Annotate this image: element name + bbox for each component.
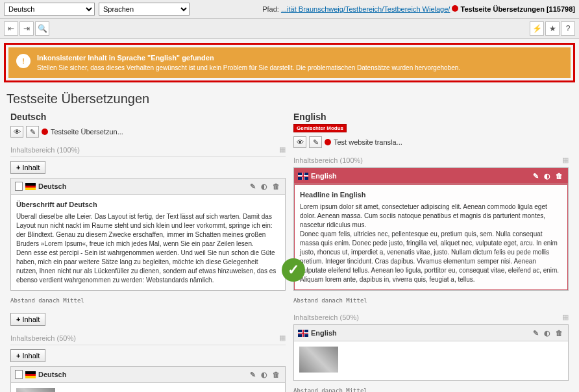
- page-icon: [15, 182, 23, 191]
- content-card-en-2: English ✎ ◐ 🗑: [293, 325, 569, 381]
- section-header-1-en: Inhaltsbereich (100%)▦: [293, 152, 569, 167]
- path-link-trunc[interactable]: ...ität Braunschweig/: [281, 5, 345, 13]
- language-select[interactable]: Deutsch: [4, 3, 95, 16]
- alert-warning: ! Inkonsistenter Inhalt in Sprache "Engl…: [8, 47, 571, 78]
- grid-icon[interactable]: ▦: [279, 334, 286, 342]
- cache-icon[interactable]: ⚡: [530, 21, 544, 36]
- page-icon: [15, 370, 23, 379]
- path-link-2[interactable]: Testbereich Wielage/: [384, 5, 450, 13]
- breadcrumb: Pfad: ...ität Braunschweig/Testbereich/T…: [262, 5, 575, 13]
- page-name-en: Test website transla...: [334, 138, 402, 146]
- spacing-meta: Abstand danach Mittel: [293, 295, 569, 309]
- card-title: Deutsch: [38, 182, 66, 190]
- content-card-en-1: English ✎ ◐ 🗑 Headline in English Lorem …: [293, 167, 569, 291]
- collapse-left-icon[interactable]: ⇤: [4, 21, 18, 36]
- view-icon[interactable]: 👁: [10, 126, 23, 138]
- search-icon[interactable]: 🔍: [35, 21, 49, 36]
- alert-text: Stellen Sie sicher, dass dieses Verhalte…: [37, 64, 460, 71]
- image-thumbnail: [299, 347, 338, 373]
- spacing-meta: Abstand danach Mittel: [10, 295, 286, 309]
- alert-highlight-box: ! Inkonsistenter Inhalt in Sprache "Engl…: [4, 43, 575, 82]
- page-status-icon: [452, 5, 458, 12]
- edit-icon[interactable]: ✎: [247, 369, 258, 380]
- column-english: ✓ ✕ English Gemischter Modus 👁 ✎ Test we…: [290, 112, 573, 392]
- alert-title: Inkonsistenter Inhalt in Sprache "Englis…: [37, 54, 460, 62]
- flag-en-icon: [298, 330, 308, 337]
- page-title: Testseite Übersetzungen: [0, 86, 579, 112]
- spacing-meta: Abstand danach Mittel: [293, 385, 569, 392]
- col-heading-de: Deutsch: [10, 112, 286, 122]
- flag-en-icon: [298, 173, 308, 180]
- content-para2: Denn esse est percipi - Sein ist wahrgen…: [16, 249, 276, 284]
- content-para2: Donec quam felis, ultricies nec, pellent…: [300, 230, 559, 283]
- page-status-dot: [42, 129, 48, 135]
- content-card-de-1: Deutsch ✎ ◐ 🗑 Überschrift auf Deutsch Üb…: [10, 178, 286, 291]
- flag-de-icon: [25, 371, 36, 378]
- columns-select[interactable]: Sprachen: [99, 3, 190, 16]
- path-link-1[interactable]: Testbereich/: [345, 5, 384, 13]
- card-title: English: [311, 172, 337, 180]
- section-header-1-de: Inhaltsbereich (100%)▦: [10, 141, 286, 157]
- bookmark-icon[interactable]: ★: [545, 21, 560, 36]
- delete-icon[interactable]: 🗑: [271, 181, 281, 191]
- page-status-dot: [325, 139, 331, 145]
- card-title: Deutsch: [38, 371, 66, 378]
- section-header-2-en: Inhaltsbereich (50%)▦: [293, 309, 569, 325]
- help-icon[interactable]: ?: [561, 21, 575, 36]
- collapse-right-icon[interactable]: ⇥: [19, 21, 34, 36]
- toggle-icon[interactable]: ◐: [259, 369, 269, 380]
- edit-icon[interactable]: ✎: [26, 126, 39, 138]
- section-header-2-de: Inhaltsbereich (50%)▦: [10, 330, 286, 345]
- toggle-icon[interactable]: ◐: [259, 181, 269, 191]
- content-para1: Lorem ipsum dolor sit amet, consectetuer…: [300, 203, 547, 228]
- add-content-button[interactable]: + Inhalt: [10, 313, 45, 326]
- edit-icon[interactable]: ✎: [530, 328, 541, 338]
- toggle-icon[interactable]: ◐: [542, 328, 552, 338]
- edit-icon[interactable]: ✎: [309, 136, 322, 148]
- top-bar: Deutsch Sprachen Pfad: ...ität Braunschw…: [0, 0, 579, 19]
- content-card-de-2: Deutsch ✎ ◐ 🗑: [10, 366, 286, 392]
- path-current: Testseite Übersetzungen [115798]: [461, 5, 575, 13]
- delete-icon[interactable]: 🗑: [271, 369, 281, 380]
- edit-icon[interactable]: ✎: [247, 181, 258, 191]
- check-ok-icon: ✓: [282, 258, 305, 282]
- content-headline: Überschrift auf Deutsch: [16, 200, 280, 210]
- flag-de-icon: [25, 183, 36, 190]
- grid-icon[interactable]: ▦: [279, 145, 286, 154]
- image-thumbnail: [16, 388, 55, 392]
- page-name-de: Testseite Übersetzun...: [51, 128, 123, 136]
- grid-icon[interactable]: ▦: [562, 156, 569, 164]
- mixed-mode-badge: Gemischter Modus: [293, 124, 347, 132]
- delete-icon[interactable]: 🗑: [554, 171, 564, 181]
- delete-icon[interactable]: 🗑: [554, 328, 564, 338]
- grid-icon[interactable]: ▦: [562, 313, 569, 321]
- edit-icon[interactable]: ✎: [530, 171, 541, 181]
- view-icon[interactable]: 👁: [293, 136, 306, 148]
- content-para1: Überall dieselbe alte Leier. Das Layout …: [16, 213, 273, 247]
- card-title: English: [311, 329, 337, 337]
- toggle-icon[interactable]: ◐: [542, 171, 552, 181]
- warning-icon: !: [16, 54, 31, 68]
- col-heading-en: English: [293, 112, 569, 122]
- add-content-button[interactable]: + Inhalt: [10, 349, 45, 362]
- toolbar: ⇤ ⇥ 🔍 ⚡ ★ ?: [0, 19, 579, 39]
- column-german: Deutsch 👁 ✎ Testseite Übersetzun... Inha…: [6, 112, 290, 392]
- content-headline: Headline in English: [300, 190, 562, 200]
- add-content-button[interactable]: + Inhalt: [10, 161, 45, 174]
